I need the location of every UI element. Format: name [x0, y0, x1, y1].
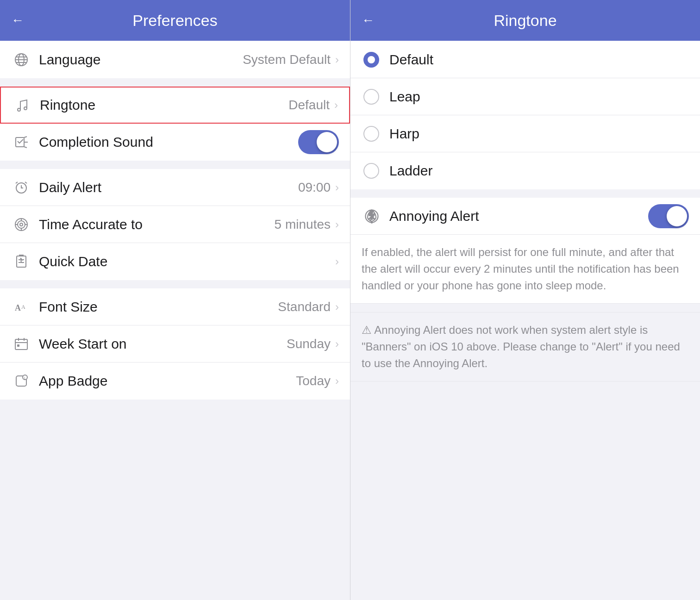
language-label: Language — [39, 52, 243, 68]
preferences-back-button[interactable]: ← — [11, 13, 24, 28]
svg-point-16 — [20, 223, 23, 226]
completion-icon — [11, 132, 31, 152]
font-size-chevron: › — [335, 300, 339, 313]
svg-point-15 — [18, 221, 25, 228]
ringtone-panel: ← Ringtone Default Leap Harp Ladder — [350, 0, 700, 600]
daily-alert-value: 09:00 — [298, 180, 331, 195]
ringtone-default-radio[interactable] — [363, 52, 379, 68]
time-accurate-chevron: › — [335, 218, 339, 231]
time-accurate-label: Time Accurate to — [39, 217, 275, 232]
quick-date-chevron: › — [335, 255, 339, 268]
warning-section: ⚠ Annoying Alert does not work when syst… — [350, 312, 700, 381]
ringtone-value: Default — [288, 98, 330, 112]
svg-point-5 — [18, 108, 20, 111]
badge-icon: 1 — [11, 371, 31, 391]
week-start-value: Sunday — [287, 337, 331, 351]
ringtone-title: Ringtone — [380, 12, 670, 30]
ringtone-header: ← Ringtone — [350, 0, 700, 41]
ringtone-default-row[interactable]: Default — [350, 41, 700, 78]
annoying-alert-toggle[interactable] — [648, 204, 689, 228]
ringtone-leap-label: Leap — [389, 89, 420, 105]
font-size-label: Font Size — [39, 299, 278, 315]
ringtone-options: Default Leap Harp Ladder — [350, 41, 700, 189]
globe-icon — [11, 50, 31, 70]
svg-rect-27 — [15, 339, 27, 350]
font-size-value: Standard — [278, 300, 331, 314]
app-badge-label: App Badge — [39, 373, 296, 389]
svg-text:A: A — [21, 304, 25, 310]
annoying-alert-section: Annoying Alert If enabled, the alert wil… — [350, 198, 700, 304]
annoying-alert-label: Annoying Alert — [389, 208, 648, 224]
ringtone-ladder-radio[interactable] — [363, 163, 379, 179]
week-start-row[interactable]: Week Start on Sunday › — [0, 325, 350, 362]
ringtone-row[interactable]: Ringtone Default › — [0, 87, 350, 124]
language-section: Language System Default › — [0, 41, 350, 78]
quick-date-row[interactable]: Quick Date › — [0, 243, 350, 280]
target-icon — [11, 214, 31, 235]
ringtone-harp-row[interactable]: Harp — [350, 115, 700, 152]
font-size-row[interactable]: A A Font Size Standard › — [0, 288, 350, 325]
ringtone-default-label: Default — [389, 52, 433, 68]
alerts-section: Daily Alert 09:00 › Time Accurate to 5 m… — [0, 169, 350, 280]
preferences-title: Preferences — [30, 12, 320, 30]
alarm-icon — [11, 177, 31, 198]
sound-section: Ringtone Default › Completion Sound — [0, 87, 350, 161]
svg-point-36 — [371, 221, 373, 224]
svg-line-9 — [24, 147, 27, 148]
annoying-alert-row[interactable]: Annoying Alert — [350, 198, 700, 235]
daily-alert-label: Daily Alert — [39, 180, 298, 195]
completion-sound-label: Completion Sound — [39, 134, 298, 150]
week-start-label: Week Start on — [39, 336, 287, 352]
ringtone-ladder-label: Ladder — [389, 163, 432, 179]
preferences-header: ← Preferences — [0, 0, 350, 41]
svg-line-13 — [25, 182, 27, 183]
daily-alert-chevron: › — [335, 181, 339, 194]
annoying-alert-description: If enabled, the alert will persist for o… — [350, 235, 700, 304]
svg-line-12 — [16, 182, 18, 183]
svg-rect-31 — [17, 344, 19, 347]
week-start-chevron: › — [335, 338, 339, 350]
ringtone-ladder-row[interactable]: Ladder — [350, 152, 700, 189]
completion-sound-row[interactable]: Completion Sound — [0, 124, 350, 161]
svg-text:A: A — [15, 303, 21, 312]
completion-sound-toggle[interactable] — [298, 130, 339, 154]
toggle-knob — [317, 132, 337, 152]
ringtone-chevron: › — [334, 99, 338, 112]
app-badge-row[interactable]: 1 App Badge Today › — [0, 362, 350, 400]
annoying-alert-icon — [362, 206, 382, 226]
music-icon — [12, 95, 32, 115]
ringtone-leap-radio[interactable] — [363, 89, 379, 105]
preferences-panel: ← Preferences Language System Default › — [0, 0, 350, 600]
language-value: System Default — [243, 52, 331, 67]
ringtone-harp-label: Harp — [389, 126, 419, 142]
flash-icon — [11, 251, 31, 272]
time-accurate-value: 5 minutes — [275, 217, 331, 232]
time-accurate-row[interactable]: Time Accurate to 5 minutes › — [0, 206, 350, 243]
daily-alert-row[interactable]: Daily Alert 09:00 › — [0, 169, 350, 206]
display-section: A A Font Size Standard › Week Start on S… — [0, 288, 350, 400]
language-chevron: › — [335, 53, 339, 66]
svg-text:1: 1 — [24, 376, 25, 380]
app-badge-value: Today — [296, 374, 331, 388]
ringtone-back-button[interactable]: ← — [362, 13, 375, 28]
warning-text: ⚠ Annoying Alert does not work when syst… — [362, 324, 680, 369]
font-icon: A A — [11, 297, 31, 317]
app-badge-chevron: › — [335, 375, 339, 388]
ringtone-label: Ringtone — [40, 97, 288, 113]
annoying-alert-knob — [667, 206, 687, 226]
quick-date-label: Quick Date — [39, 254, 335, 269]
ringtone-leap-row[interactable]: Leap — [350, 78, 700, 115]
svg-point-6 — [24, 107, 27, 110]
language-row[interactable]: Language System Default › — [0, 41, 350, 78]
calendar-icon — [11, 334, 31, 354]
svg-line-8 — [24, 137, 27, 138]
ringtone-harp-radio[interactable] — [363, 126, 379, 142]
